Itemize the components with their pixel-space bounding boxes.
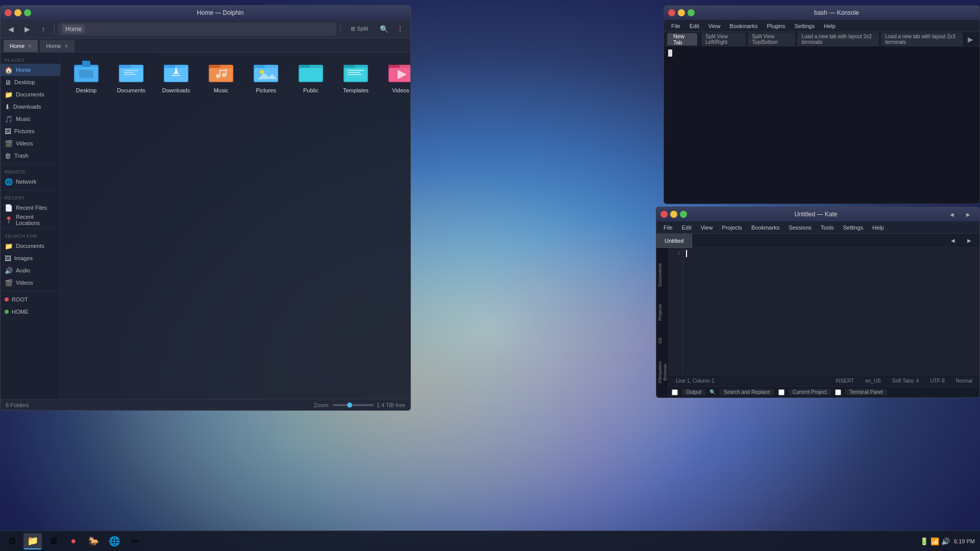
konsole-menu-plugins[interactable]: Plugins: [763, 22, 789, 30]
folder-desktop[interactable]: Desktop: [66, 58, 107, 96]
konsole-min-button[interactable]: [678, 9, 685, 16]
kate-tab-untitled[interactable]: Untitled: [656, 234, 692, 248]
folder-pictures[interactable]: Pictures: [246, 58, 286, 96]
layout-2x3-button[interactable]: Load a new tab with layout 2x3 terminals: [881, 33, 963, 46]
taskbar-app-editor[interactable]: ✏: [126, 533, 144, 549]
folder-public[interactable]: Public: [290, 58, 331, 96]
konsole-close-button[interactable]: [668, 9, 675, 16]
sidebar-item-trash[interactable]: 🗑 Trash: [1, 149, 60, 162]
search-button[interactable]: 🔍: [377, 22, 391, 36]
sidebar-item-network[interactable]: 🌐 Network: [1, 176, 60, 188]
taskbar-app-desktop[interactable]: 🖥: [44, 533, 62, 549]
sidebar-item-recent-locations[interactable]: 📍 Recent Locations: [1, 214, 60, 226]
editor-content[interactable]: [683, 248, 979, 375]
kate-toolbar-btn1[interactable]: ◀: [945, 208, 959, 221]
folder-templates[interactable]: Templates: [335, 58, 376, 96]
sidebar-item-recent-files[interactable]: 📄 Recent Files: [1, 202, 60, 214]
kate-menu-settings[interactable]: Settings: [839, 223, 867, 232]
sidebar-label-documents: Documents: [16, 91, 44, 97]
kate-menu-bookmarks[interactable]: Bookmarks: [747, 223, 783, 232]
sidebar-item-home[interactable]: 🏠 Home: [1, 64, 60, 76]
konsole-menu-view[interactable]: View: [704, 22, 725, 30]
kate-tab-right[interactable]: ▶: [962, 234, 976, 247]
sidebar-item-music[interactable]: 🎵 Music: [1, 113, 60, 125]
kate-editor-body[interactable]: 1: [669, 248, 979, 375]
dolphin-tab-2[interactable]: Home ✕: [40, 40, 74, 52]
konsole-menu-help[interactable]: Help: [820, 22, 840, 30]
sidebar-item-documents[interactable]: 📁 Documents: [1, 88, 60, 101]
taskbar-app-horse[interactable]: 🐎: [85, 533, 103, 549]
sidebar-item-videos[interactable]: 🎬 Videos: [1, 137, 60, 149]
kate-sidebar-toggle[interactable]: ▲: [656, 392, 670, 397]
kate-checkbox-2[interactable]: [778, 389, 785, 395]
maximize-button[interactable]: [24, 9, 31, 16]
kate-max-button[interactable]: [680, 211, 687, 218]
split-left-right-button[interactable]: Split View Left/Right: [701, 33, 746, 46]
tab-close[interactable]: ✕: [28, 43, 32, 49]
taskbar-app-red[interactable]: ●: [64, 533, 83, 549]
konsole-menu-edit[interactable]: Edit: [685, 22, 703, 30]
konsole-tab-new[interactable]: New Tab: [667, 33, 697, 45]
taskbar-app-files[interactable]: 📁: [23, 533, 42, 549]
sidebar-item-desktop[interactable]: 🖥 Desktop: [1, 76, 60, 88]
kate-menu-sessions[interactable]: Sessions: [785, 223, 816, 232]
kate-menu-edit[interactable]: Edit: [678, 223, 696, 232]
breadcrumb-bar[interactable]: Home: [58, 22, 336, 36]
forward-button[interactable]: ▶: [20, 22, 34, 36]
kate-menu-file[interactable]: File: [659, 223, 677, 232]
taskbar-app-browser[interactable]: 🌐: [105, 533, 124, 549]
more-button[interactable]: ⋮: [393, 22, 407, 36]
kate-menu-tools[interactable]: Tools: [817, 223, 838, 232]
zoom-slider[interactable]: [333, 404, 374, 406]
sidebar-item-pictures[interactable]: 🖼 Pictures: [1, 125, 60, 137]
kate-close-button[interactable]: [660, 211, 668, 218]
konsole-menu-file[interactable]: File: [667, 22, 684, 30]
folder-icon-videos: [388, 61, 410, 85]
kate-min-button[interactable]: [670, 211, 677, 218]
taskbar-app-settings[interactable]: ⚙: [3, 533, 21, 549]
kate-side-tab-documents[interactable]: Documents: [657, 255, 668, 295]
kate-side-tab-filesystem[interactable]: Filesystem Browser: [657, 353, 668, 391]
layout-2x2-button[interactable]: Load a new tab with layout 2x2 terminals: [797, 33, 879, 46]
kate-menu-help[interactable]: Help: [868, 223, 888, 232]
output-button[interactable]: Output: [682, 389, 705, 395]
indent-indicator: Soft Tabs: 4: [889, 378, 922, 384]
folder-videos[interactable]: Videos: [380, 58, 410, 96]
split-top-bottom-button[interactable]: Split View Top/Bottom: [748, 33, 795, 46]
sidebar-item-images[interactable]: 🖼 Images: [1, 252, 60, 264]
konsole-menu-bookmarks[interactable]: Bookmarks: [725, 22, 762, 30]
current-project-button[interactable]: Current Project: [789, 389, 831, 395]
kate-tab-left[interactable]: ◀: [946, 234, 960, 247]
sidebar-item-audio[interactable]: 🔊 Audio: [1, 264, 60, 277]
folder-music[interactable]: Music: [201, 58, 241, 96]
close-button[interactable]: [5, 9, 12, 16]
folder-downloads[interactable]: Downloads: [156, 58, 197, 96]
sidebar-item-root[interactable]: ROOT: [1, 293, 60, 306]
back-button[interactable]: ◀: [4, 22, 18, 36]
kate-checkbox[interactable]: [672, 389, 678, 395]
svg-rect-22: [226, 69, 227, 75]
sidebar-item-downloads[interactable]: ⬇ Downloads: [1, 101, 60, 113]
sidebar-item-search-docs[interactable]: 📁 Documents: [1, 240, 60, 252]
breadcrumb-item[interactable]: Home: [62, 24, 85, 34]
search-replace-button[interactable]: Search and Replace: [720, 389, 774, 395]
dolphin-tab-1[interactable]: Home ✕: [4, 40, 38, 52]
konsole-max-button[interactable]: [688, 9, 695, 16]
konsole-body[interactable]: [664, 46, 979, 204]
up-button[interactable]: ↑: [36, 22, 51, 36]
kate-menu-view[interactable]: View: [697, 223, 717, 232]
kate-menu-projects[interactable]: Projects: [718, 223, 746, 232]
kate-side-tab-projects[interactable]: Projects: [657, 296, 668, 329]
kate-side-tab-git[interactable]: Git: [657, 330, 668, 352]
konsole-toolbar-more[interactable]: ▶: [965, 35, 976, 43]
sidebar-item-home-tag[interactable]: HOME: [1, 306, 60, 318]
kate-checkbox-3[interactable]: [835, 389, 841, 395]
konsole-menu-settings[interactable]: Settings: [790, 22, 819, 30]
folder-documents[interactable]: Documents: [111, 58, 152, 96]
tab-close-2[interactable]: ✕: [64, 43, 68, 49]
minimize-button[interactable]: [14, 9, 21, 16]
sidebar-item-videos-search[interactable]: 🎬 Videos: [1, 277, 60, 289]
split-button[interactable]: ⊞ Split: [344, 22, 375, 36]
kate-toolbar-btn2[interactable]: ▶: [961, 208, 975, 221]
terminal-panel-button[interactable]: Terminal Panel: [845, 389, 887, 395]
